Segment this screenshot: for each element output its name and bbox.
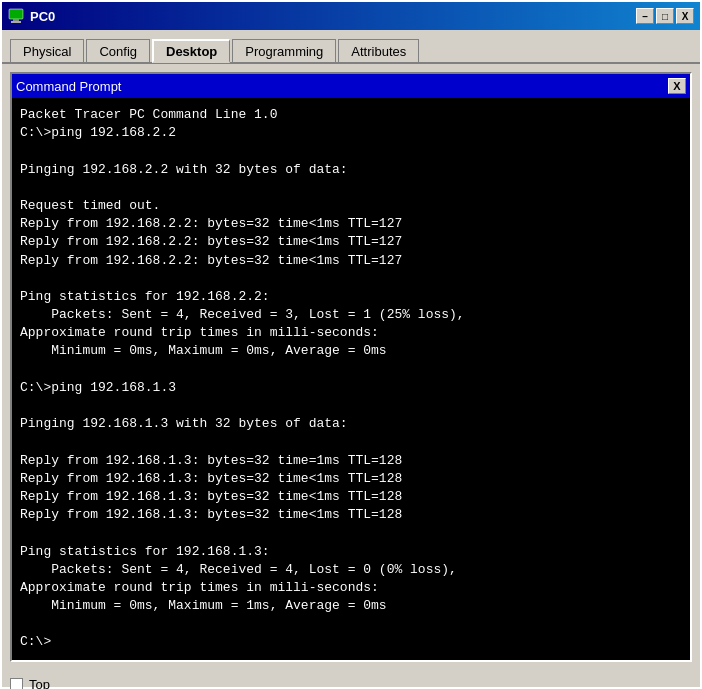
tab-programming[interactable]: Programming [232,39,336,63]
title-bar: PC0 – □ X [2,2,700,30]
command-prompt-window: Command Prompt X Packet Tracer PC Comman… [10,72,692,662]
window-title: PC0 [30,9,55,24]
tab-attributes[interactable]: Attributes [338,39,419,63]
computer-icon [8,8,24,24]
svg-rect-2 [11,21,21,23]
top-checkbox[interactable] [10,678,23,689]
cmd-title-bar: Command Prompt X [12,74,690,98]
svg-rect-0 [9,9,23,19]
title-bar-left: PC0 [8,8,55,24]
title-buttons: – □ X [636,8,694,24]
cmd-close-button[interactable]: X [668,78,686,94]
main-window: PC0 – □ X Physical Config Desktop Progra… [0,0,702,689]
main-content: Command Prompt X Packet Tracer PC Comman… [2,64,700,670]
maximize-button[interactable]: □ [656,8,674,24]
tab-physical[interactable]: Physical [10,39,84,63]
close-button[interactable]: X [676,8,694,24]
cmd-body[interactable]: Packet Tracer PC Command Line 1.0 C:\>pi… [12,98,690,660]
top-label: Top [29,677,50,689]
svg-rect-1 [13,19,19,21]
tab-desktop[interactable]: Desktop [152,39,230,63]
tab-bar: Physical Config Desktop Programming Attr… [2,30,700,64]
minimize-button[interactable]: – [636,8,654,24]
tab-config[interactable]: Config [86,39,150,63]
cmd-title-text: Command Prompt [16,79,121,94]
bottom-bar: Top [2,670,700,689]
